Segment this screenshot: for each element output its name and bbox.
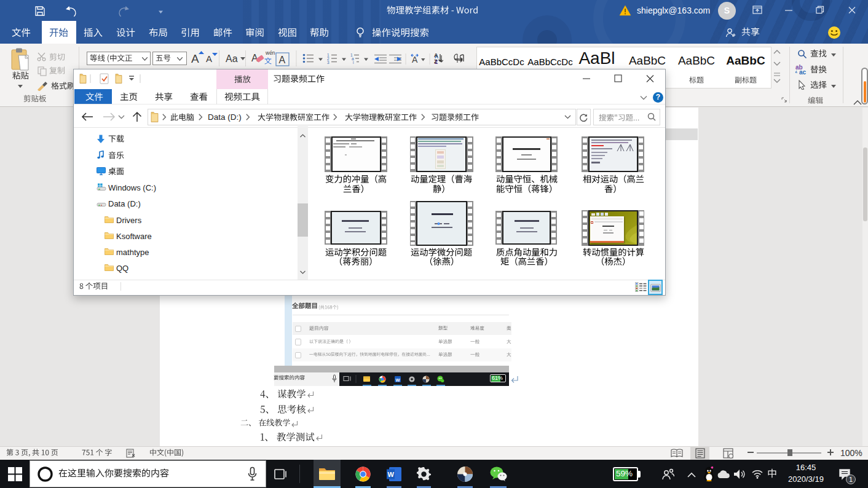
svg-text:A: A [434, 52, 438, 58]
svg-text:A: A [206, 53, 212, 64]
svg-text:A: A [191, 52, 199, 65]
svg-text:wén: wén [265, 50, 275, 56]
svg-text:W: W [396, 377, 401, 383]
svg-text:Aa: Aa [226, 53, 238, 64]
svg-text:A: A [279, 55, 286, 65]
svg-text:3: 3 [327, 60, 329, 65]
svg-text:ac: ac [799, 69, 807, 75]
svg-text:W: W [388, 471, 395, 478]
svg-text:Z: Z [434, 58, 438, 65]
svg-text:i: i [353, 60, 353, 65]
